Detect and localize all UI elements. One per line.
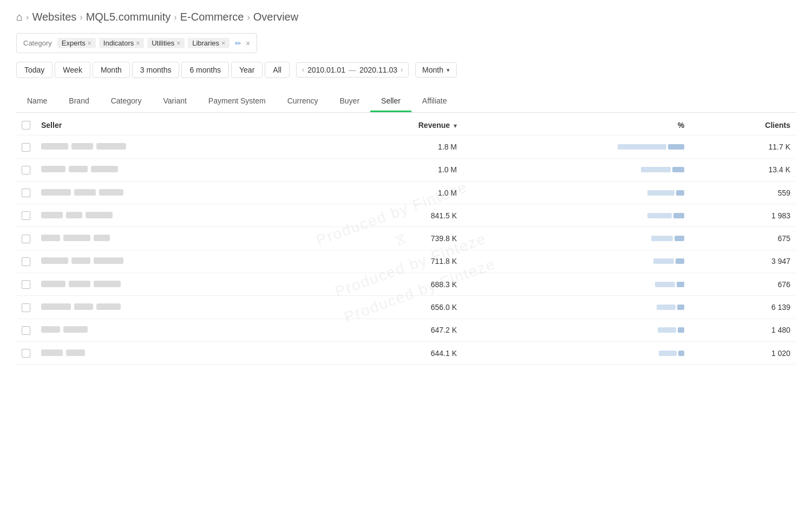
clients-cell: 11.7 K xyxy=(690,135,796,158)
breadcrumb-sep-4: › xyxy=(247,12,250,22)
table-row: 841.5 K1 983 xyxy=(16,204,796,227)
clients-cell: 1 983 xyxy=(690,204,796,227)
tab-affiliate[interactable]: Affiliate xyxy=(411,91,458,112)
seller-name-cell xyxy=(36,204,317,227)
row-checkbox[interactable] xyxy=(22,303,30,312)
filter-tag-experts-close[interactable]: × xyxy=(88,40,91,47)
edit-filters-icon[interactable]: ✏ xyxy=(235,39,241,48)
seller-name-segment xyxy=(94,235,110,241)
seller-name-segment xyxy=(96,303,121,310)
progress-bar-main xyxy=(651,236,673,241)
row-checkbox[interactable] xyxy=(22,280,30,289)
percent-cell xyxy=(462,319,690,341)
time-btn-3months[interactable]: 3 months xyxy=(132,62,180,78)
time-btn-year[interactable]: Year xyxy=(231,62,263,78)
row-checkbox[interactable] xyxy=(22,235,30,243)
period-dropdown[interactable]: Month ▾ xyxy=(415,62,457,77)
breadcrumb-websites[interactable]: Websites xyxy=(32,11,76,23)
clients-cell: 13.4 K xyxy=(690,158,796,181)
breadcrumb-overview[interactable]: Overview xyxy=(253,11,298,23)
header-revenue[interactable]: Revenue ▾ xyxy=(317,113,462,135)
clear-all-filters-icon[interactable]: × xyxy=(246,39,250,48)
date-range-selector[interactable]: ‹ 2010.01.01 — 2020.11.03 › xyxy=(296,62,409,77)
breadcrumb-sep-2: › xyxy=(80,12,82,22)
seller-name-segment xyxy=(69,166,88,172)
percent-cell xyxy=(462,181,690,204)
time-btn-today[interactable]: Today xyxy=(16,62,53,78)
table-row: 1.0 M13.4 K xyxy=(16,158,796,181)
table-row: 688.3 K676 xyxy=(16,273,796,296)
row-checkbox[interactable] xyxy=(22,189,30,197)
filter-tag-utilities-close[interactable]: × xyxy=(176,40,180,47)
time-btn-week[interactable]: Week xyxy=(55,62,90,78)
filter-tag-indicators-close[interactable]: × xyxy=(136,40,140,47)
sort-arrow-icon: ▾ xyxy=(454,122,457,129)
revenue-cell: 739.8 K xyxy=(317,227,462,250)
row-checkbox[interactable] xyxy=(22,349,30,358)
tab-brand[interactable]: Brand xyxy=(58,91,100,112)
time-btn-all[interactable]: All xyxy=(265,62,290,78)
filter-tag-libraries[interactable]: Libraries × xyxy=(188,38,230,48)
progress-bar-secondary xyxy=(676,258,684,264)
date-next-arrow[interactable]: › xyxy=(401,66,403,74)
progress-bar-main xyxy=(655,282,675,287)
seller-name-segment xyxy=(91,166,118,172)
chevron-down-icon: ▾ xyxy=(447,67,450,74)
seller-name-cell xyxy=(36,250,317,273)
filter-tag-utilities[interactable]: Utilities × xyxy=(147,38,185,48)
time-btn-month[interactable]: Month xyxy=(93,62,130,78)
table-row: 711.8 K3 947 xyxy=(16,250,796,273)
seller-name-segment xyxy=(96,143,126,150)
row-checkbox[interactable] xyxy=(22,257,30,266)
tab-payment-system[interactable]: Payment System xyxy=(198,91,277,112)
seller-name-segment xyxy=(71,143,93,150)
seller-name-cell xyxy=(36,341,317,364)
progress-bar-main xyxy=(653,258,674,264)
table-row: 1.0 M559 xyxy=(16,181,796,204)
filter-tag-libraries-close[interactable]: × xyxy=(221,40,225,47)
seller-name-segment xyxy=(71,257,90,264)
filter-tag-indicators[interactable]: Indicators × xyxy=(99,38,144,48)
clients-cell: 1 480 xyxy=(690,319,796,341)
row-checkbox[interactable] xyxy=(22,143,30,152)
breadcrumb-ecommerce[interactable]: E-Commerce xyxy=(180,11,244,23)
filter-tag-experts-label: Experts xyxy=(62,39,86,47)
row-checkbox[interactable] xyxy=(22,166,30,174)
tab-variant[interactable]: Variant xyxy=(153,91,198,112)
revenue-cell: 841.5 K xyxy=(317,204,462,227)
tab-seller[interactable]: Seller xyxy=(370,91,411,112)
tab-category[interactable]: Category xyxy=(100,91,153,112)
progress-bar-main xyxy=(647,213,672,218)
category-filter-label: Category xyxy=(23,39,52,47)
filter-tag-experts[interactable]: Experts × xyxy=(57,38,96,48)
seller-name-segment xyxy=(41,281,66,287)
date-prev-arrow[interactable]: ‹ xyxy=(302,66,304,74)
select-all-checkbox[interactable] xyxy=(22,121,30,130)
tab-buyer[interactable]: Buyer xyxy=(329,91,370,112)
breadcrumb-sep-3: › xyxy=(174,12,176,22)
date-separator: — xyxy=(349,66,356,74)
header-clients-label: Clients xyxy=(765,121,790,130)
seller-name-cell xyxy=(36,319,317,341)
seller-name-segment xyxy=(74,189,96,196)
table-row: 739.8 K675 xyxy=(16,227,796,250)
row-checkbox[interactable] xyxy=(22,326,30,335)
seller-name-segment xyxy=(41,303,71,310)
seller-name-segment xyxy=(86,212,113,218)
header-clients: Clients xyxy=(690,113,796,135)
revenue-cell: 711.8 K xyxy=(317,250,462,273)
clients-cell: 676 xyxy=(690,273,796,296)
header-percent: % xyxy=(462,113,690,135)
seller-name-cell xyxy=(36,135,317,158)
tab-name[interactable]: Name xyxy=(16,91,58,112)
seller-name-segment xyxy=(63,326,88,333)
home-icon[interactable]: ⌂ xyxy=(16,11,23,23)
clients-cell: 3 947 xyxy=(690,250,796,273)
tab-currency[interactable]: Currency xyxy=(277,91,329,112)
breadcrumb-mql5[interactable]: MQL5.community xyxy=(86,11,171,23)
progress-bar-secondary xyxy=(673,213,684,218)
percent-cell xyxy=(462,296,690,319)
time-bar: Today Week Month 3 months 6 months Year … xyxy=(16,62,796,78)
time-btn-6months[interactable]: 6 months xyxy=(181,62,229,78)
row-checkbox[interactable] xyxy=(22,211,30,220)
